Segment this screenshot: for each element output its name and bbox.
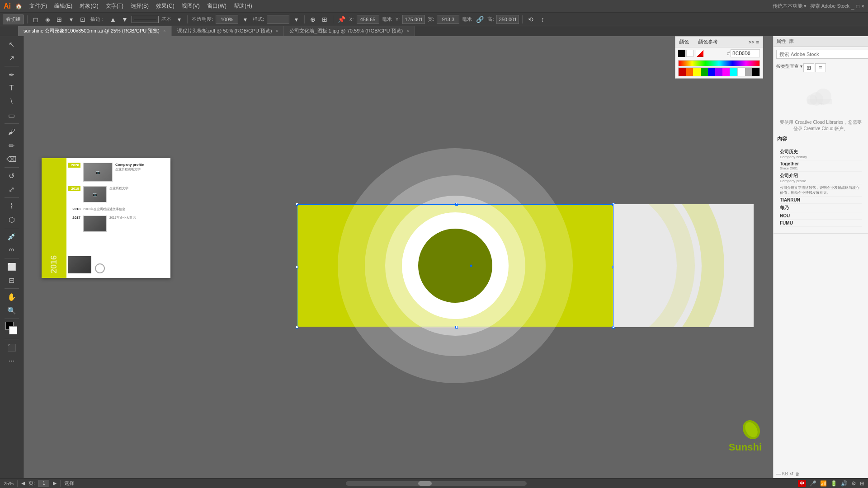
dropdown-icon-3[interactable]: ▾ xyxy=(240,14,250,24)
preview-main[interactable] xyxy=(297,204,613,327)
screen-mode[interactable]: ⬛ xyxy=(4,341,20,354)
menu-file[interactable]: 文件(F) xyxy=(26,0,51,12)
refresh-icon[interactable]: ↺ xyxy=(790,471,793,476)
content-item-1[interactable]: Together Since 2001 xyxy=(780,160,862,172)
circle-nav[interactable] xyxy=(95,263,105,273)
more-tools-icon[interactable]: ↕ xyxy=(538,14,547,24)
wifi-icon[interactable]: 📶 xyxy=(820,480,827,487)
warp-tool[interactable]: ⌇ xyxy=(4,200,20,212)
delete-icon[interactable]: 🗑 xyxy=(795,471,800,476)
zoom-level[interactable]: 25% xyxy=(4,481,14,486)
selection-tool-icon[interactable]: ◻ xyxy=(31,14,41,24)
grid-icon[interactable]: ⊞ xyxy=(860,480,864,487)
color-panel-menu[interactable]: ≡ xyxy=(756,39,759,45)
content-item-4[interactable]: TIANRUN xyxy=(780,197,862,204)
content-item-2[interactable]: 公司介绍 Company profile xyxy=(780,172,862,184)
menu-edit[interactable]: 编辑(E) xyxy=(51,0,76,12)
pin-icon[interactable]: 📌 xyxy=(336,14,346,24)
distribute-icon[interactable]: ⊞ xyxy=(320,14,330,24)
menu-window[interactable]: 窗口(W) xyxy=(203,0,230,12)
more-tools[interactable]: ··· xyxy=(4,355,20,367)
props-tab-properties[interactable]: 属性 xyxy=(776,38,786,45)
direct-select-icon[interactable]: ◈ xyxy=(42,14,52,24)
hex-input[interactable] xyxy=(731,49,760,57)
menu-object[interactable]: 对象(O) xyxy=(76,0,102,12)
workspace-label[interactable]: 传统基本功能 ▾ xyxy=(773,3,807,9)
tab-close-1[interactable]: × xyxy=(276,28,278,33)
w-input[interactable] xyxy=(437,15,459,24)
swatch-white[interactable] xyxy=(686,50,693,57)
menu-view[interactable]: 视图(V) xyxy=(178,0,203,12)
h-scroll-thumb[interactable] xyxy=(418,481,432,486)
mic-icon[interactable]: 🎤 xyxy=(810,480,816,487)
lock-proportions-icon[interactable]: 🔗 xyxy=(475,14,485,24)
hand-tool[interactable]: ✋ xyxy=(4,291,20,303)
tab-2[interactable]: 公司文化墙_图板 1.jpg @ 70.59% (RGB/GPU 预览) × xyxy=(284,26,415,36)
content-item-0[interactable]: 公司历史 Company history xyxy=(780,148,862,160)
canvas-area[interactable]: 2016 2020 📷 Company xyxy=(24,36,773,478)
blend-tool[interactable]: ∞ xyxy=(4,244,20,256)
page-nav-next[interactable]: ▶ xyxy=(53,480,57,486)
stroke-down-icon[interactable]: ▼ xyxy=(120,14,130,24)
style-input[interactable] xyxy=(267,15,289,24)
page-nav-prev[interactable]: ◀ xyxy=(21,480,25,486)
x-input[interactable] xyxy=(357,15,379,24)
h-scrollbar[interactable] xyxy=(346,481,527,486)
content-item-6[interactable]: NOU xyxy=(780,212,862,220)
tab-0[interactable]: sunshine 公司形象9100x3500mm.ai @ 25% (RGB/G… xyxy=(18,26,172,36)
fill-stroke-selector[interactable] xyxy=(4,322,20,336)
tab-1[interactable]: 课程片头模板.pdf @ 50% (RGB/GPU 预览) × xyxy=(172,26,284,36)
dropdown-icon-2[interactable]: ▾ xyxy=(174,14,184,24)
zoom-tool[interactable]: 🔍 xyxy=(4,304,20,317)
cn-input-icon[interactable]: 中 xyxy=(798,480,806,487)
battery-icon[interactable]: 🔋 xyxy=(830,480,837,487)
eraser-tool[interactable]: ⌫ xyxy=(4,153,20,165)
type-tool[interactable]: T xyxy=(4,82,20,94)
arrangement-button[interactable]: 看切组 xyxy=(3,14,24,24)
transform-controls-icon[interactable]: ⟲ xyxy=(526,14,536,24)
color-gradient-bar[interactable] xyxy=(678,60,760,66)
rotate-tool[interactable]: ↺ xyxy=(4,169,20,182)
color-panel-expand[interactable]: >> xyxy=(749,39,755,45)
window-close[interactable]: × xyxy=(861,3,864,9)
menu-help[interactable]: 帮助(H) xyxy=(230,0,256,12)
pencil-tool[interactable]: ✏ xyxy=(4,139,20,152)
props-tab-libraries[interactable]: 库 xyxy=(789,38,794,45)
handle-center[interactable] xyxy=(470,265,472,267)
window-minimize[interactable]: _ xyxy=(851,3,854,9)
handle-bl[interactable] xyxy=(296,326,298,328)
dropdown-icon-4[interactable]: ▾ xyxy=(291,14,301,24)
opacity-input[interactable] xyxy=(216,15,238,24)
grid-view-btn[interactable]: ⊞ xyxy=(803,63,814,72)
stock-search-input[interactable] xyxy=(776,50,868,59)
arrange-icon[interactable]: ⊡ xyxy=(78,14,88,24)
settings-icon[interactable]: ⚙ xyxy=(851,480,856,487)
content-item-5[interactable]: 每乃 xyxy=(780,204,862,212)
swatch-none[interactable] xyxy=(696,50,703,57)
list-view-btn[interactable]: ≡ xyxy=(815,63,826,72)
tab-close-0[interactable]: × xyxy=(163,28,166,33)
scale-tool[interactable]: ⤢ xyxy=(4,183,20,196)
content-item-7[interactable]: FUMU xyxy=(780,220,862,227)
selection-tool[interactable]: ↖ xyxy=(4,38,20,51)
handle-bc[interactable] xyxy=(455,326,458,328)
slice-tool[interactable]: ⊟ xyxy=(4,274,20,286)
handle-tl[interactable] xyxy=(296,203,298,206)
menu-text[interactable]: 文字(T) xyxy=(102,0,127,12)
home-icon[interactable]: 🏠 xyxy=(15,3,22,9)
artboard-tool[interactable]: ⬜ xyxy=(4,260,20,273)
y-input[interactable] xyxy=(402,15,425,24)
type-filter-label[interactable]: 按类型宜查 ▾ xyxy=(776,63,802,72)
direct-select-tool[interactable]: ↗ xyxy=(4,52,20,64)
align-icon[interactable]: ⊕ xyxy=(308,14,318,24)
line-tool[interactable]: \ xyxy=(4,95,20,108)
stroke-up-icon[interactable]: ▲ xyxy=(108,14,118,24)
handle-ml[interactable] xyxy=(296,266,298,268)
menu-effect[interactable]: 效果(C) xyxy=(152,0,178,12)
paintbrush-tool[interactable]: 🖌 xyxy=(4,126,20,138)
shape-tool[interactable]: ▭ xyxy=(4,109,20,122)
swatch-black[interactable] xyxy=(678,50,685,57)
free-transform-tool[interactable]: ⬡ xyxy=(4,213,20,226)
volume-icon[interactable]: 🔊 xyxy=(841,480,848,487)
tab-close-2[interactable]: × xyxy=(406,28,409,33)
